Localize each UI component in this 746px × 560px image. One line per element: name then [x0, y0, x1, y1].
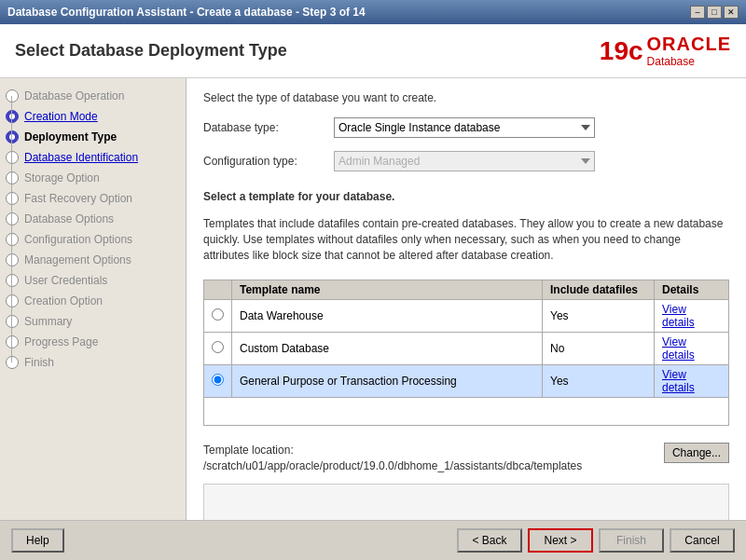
back-button[interactable]: < Back [457, 528, 522, 553]
sidebar-item-label-finish: Finish [24, 356, 54, 369]
sidebar-item-label-progress-page: Progress Page [24, 335, 98, 348]
bullet-storage-option [6, 171, 19, 184]
template-details-data-warehouse[interactable]: View details [655, 300, 729, 333]
sidebar: Database Operation Creation Mode Deploym… [0, 78, 186, 520]
configuration-type-select[interactable]: Admin Managed Policy Managed [334, 151, 595, 171]
table-row-general-purpose[interactable]: General Purpose or Transaction Processin… [204, 365, 729, 398]
template-name-data-warehouse: Data Warehouse [232, 300, 543, 333]
database-type-row: Database type: Oracle Single Instance da… [203, 117, 729, 138]
minimize-button[interactable]: – [690, 6, 705, 19]
bullet-fast-recovery-option [6, 192, 19, 205]
sidebar-item-label-database-identification[interactable]: Database Identification [24, 151, 138, 164]
bullet-finish [6, 356, 19, 369]
bullet-database-identification [6, 151, 19, 164]
preview-area [203, 484, 729, 520]
oracle-logo: 19c ORACLE Database [600, 34, 731, 68]
table-header-name: Template name [232, 280, 543, 300]
title-bar: Database Configuration Assistant - Creat… [0, 0, 746, 24]
oracle-brand: ORACLE [647, 34, 731, 54]
template-name-general-purpose: General Purpose or Transaction Processin… [232, 365, 543, 398]
table-header-details: Details [655, 280, 729, 300]
bullet-summary [6, 315, 19, 328]
title-bar-buttons: – □ ✕ [690, 6, 739, 19]
oracle-version: 19c [600, 36, 643, 66]
sidebar-item-label-deployment-type: Deployment Type [24, 130, 117, 143]
maximize-button[interactable]: □ [707, 6, 722, 19]
sidebar-item-label-creation-mode[interactable]: Creation Mode [24, 110, 98, 123]
sidebar-item-user-credentials: User Credentials [0, 270, 186, 291]
template-datafiles-data-warehouse: Yes [543, 300, 655, 333]
oracle-subtitle: Database [647, 55, 731, 68]
sidebar-item-creation-option: Creation Option [0, 291, 186, 311]
sidebar-item-summary: Summary [0, 311, 186, 332]
table-header-radio [204, 280, 232, 300]
radio-input-general-purpose[interactable] [212, 374, 224, 386]
table-row-custom-database[interactable]: Custom Database No View details [204, 333, 729, 365]
template-location-text: Template location: /scratch/u01/app/orac… [203, 443, 656, 474]
configuration-type-label: Configuration type: [203, 155, 325, 168]
footer-right: < Back Next > Finish Cancel [457, 528, 735, 553]
template-table: Template name Include datafiles Details … [203, 280, 729, 426]
template-location-area: Template location: /scratch/u01/app/orac… [203, 443, 729, 474]
sidebar-item-fast-recovery-option: Fast Recovery Option [0, 188, 186, 209]
radio-general-purpose[interactable] [204, 365, 232, 398]
sidebar-item-label-fast-recovery-option: Fast Recovery Option [24, 192, 132, 205]
radio-input-custom-database[interactable] [212, 341, 224, 353]
radio-input-data-warehouse[interactable] [212, 308, 224, 321]
cancel-button[interactable]: Cancel [670, 528, 735, 553]
bullet-management-options [6, 253, 19, 266]
sidebar-item-creation-mode[interactable]: Creation Mode [0, 106, 186, 127]
template-section-title: Select a template for your database. [203, 190, 729, 203]
bullet-user-credentials [6, 274, 19, 287]
sidebar-item-storage-option: Storage Option [0, 168, 186, 188]
template-section-desc: Templates that include datafiles contain… [203, 216, 729, 263]
sidebar-item-finish: Finish [0, 352, 186, 373]
sidebar-item-management-options: Management Options [0, 250, 186, 270]
bullet-configuration-options [6, 233, 19, 246]
sidebar-item-label-storage-option: Storage Option [24, 171, 100, 184]
footer-left: Help [11, 528, 64, 553]
sidebar-item-label-database-operation: Database Operation [24, 89, 124, 102]
sidebar-item-label-management-options: Management Options [24, 253, 131, 266]
help-button[interactable]: Help [11, 528, 64, 553]
content-intro: Select the type of database you want to … [203, 91, 729, 104]
table-row-data-warehouse[interactable]: Data Warehouse Yes View details [204, 300, 729, 333]
close-button[interactable]: ✕ [724, 6, 739, 19]
sidebar-item-label-summary: Summary [24, 315, 72, 328]
database-type-select[interactable]: Oracle Single Instance database Oracle R… [334, 117, 595, 138]
sidebar-item-database-identification[interactable]: Database Identification [0, 147, 186, 168]
sidebar-item-label-configuration-options: Configuration Options [24, 233, 132, 246]
sidebar-item-label-creation-option: Creation Option [24, 294, 103, 307]
main-area: Database Operation Creation Mode Deploym… [0, 78, 746, 520]
bullet-creation-option [6, 294, 19, 307]
bullet-database-operation [6, 89, 19, 102]
footer: Help < Back Next > Finish Cancel [0, 520, 746, 560]
radio-custom-database[interactable] [204, 333, 232, 365]
template-details-custom-database[interactable]: View details [655, 333, 729, 365]
change-button[interactable]: Change... [664, 443, 729, 463]
bullet-creation-mode [6, 110, 19, 123]
sidebar-item-deployment-type: Deployment Type [0, 127, 186, 147]
content-area: Select the type of database you want to … [186, 78, 746, 520]
template-datafiles-general-purpose: Yes [543, 365, 655, 398]
sidebar-item-progress-page: Progress Page [0, 332, 186, 352]
finish-button[interactable]: Finish [599, 528, 664, 553]
sidebar-item-configuration-options: Configuration Options [0, 229, 186, 250]
sidebar-item-database-operation: Database Operation [0, 86, 186, 106]
next-button[interactable]: Next > [528, 528, 593, 553]
table-row-empty [204, 398, 729, 426]
template-details-general-purpose[interactable]: View details [655, 365, 729, 398]
sidebar-item-label-database-options: Database Options [24, 212, 114, 225]
bullet-database-options [6, 212, 19, 225]
page-title: Select Database Deployment Type [15, 41, 287, 61]
sidebar-item-database-options: Database Options [0, 209, 186, 229]
template-datafiles-custom-database: No [543, 333, 655, 365]
configuration-type-row: Configuration type: Admin Managed Policy… [203, 151, 729, 171]
template-name-custom-database: Custom Database [232, 333, 543, 365]
sidebar-item-label-user-credentials: User Credentials [24, 274, 107, 287]
bullet-deployment-type [6, 130, 19, 143]
table-header-datafiles: Include datafiles [543, 280, 655, 300]
radio-data-warehouse[interactable] [204, 300, 232, 333]
bullet-progress-page [6, 335, 19, 348]
page-header: Select Database Deployment Type 19c ORAC… [0, 24, 746, 78]
